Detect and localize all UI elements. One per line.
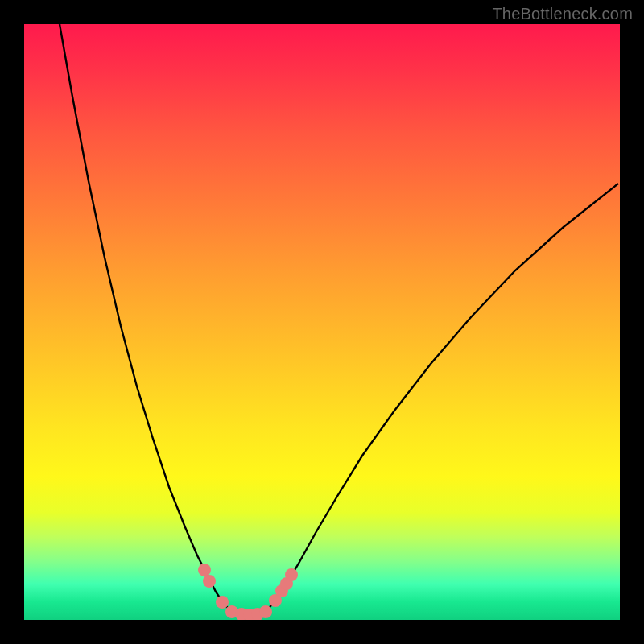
curve-right xyxy=(266,184,618,612)
bottleneck-curve xyxy=(24,24,620,620)
valley-marker xyxy=(285,568,298,581)
watermark-text: TheBottleneck.com xyxy=(492,5,633,23)
chart-area xyxy=(24,24,620,620)
valley-markers xyxy=(198,564,298,620)
valley-marker xyxy=(259,605,272,618)
valley-marker xyxy=(216,596,229,609)
valley-marker xyxy=(203,575,216,588)
curve-left xyxy=(60,24,232,612)
valley-marker xyxy=(198,564,211,576)
